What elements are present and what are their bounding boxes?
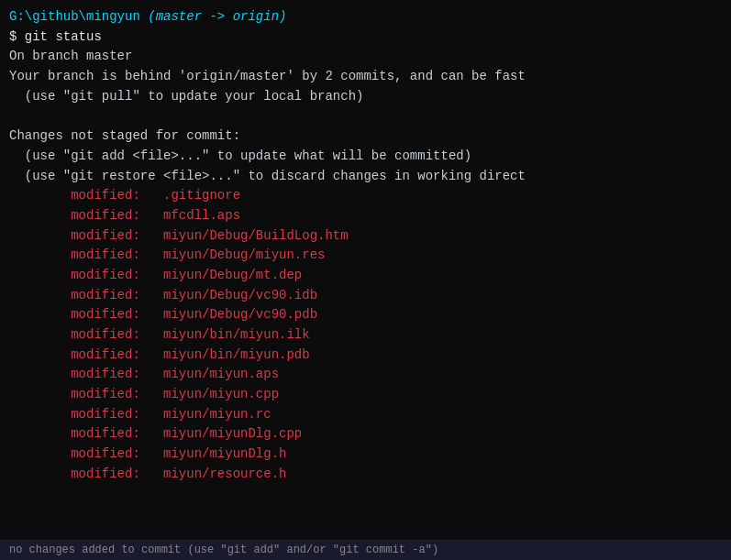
branch-line-1: On branch master	[9, 47, 722, 67]
modified-file-7: modified: miyun/Debug/vc90.pdb	[9, 305, 722, 325]
modified-file-2: modified: mfcdll.aps	[9, 206, 722, 226]
modified-file-11: modified: miyun/miyun.cpp	[9, 385, 722, 405]
branch-line-2: Your branch is behind 'origin/master' by…	[9, 67, 722, 87]
blank-line	[9, 106, 722, 126]
changes-header: Changes not staged for commit:	[9, 126, 722, 147]
modified-label-8: modified: miyun/bin/miyun.ilk	[9, 327, 310, 342]
modified-label-10: modified: miyun/miyun.aps	[9, 367, 279, 381]
prompt-line: G:\github\mingyun (master -> origin)	[9, 7, 722, 27]
hint-line-1: (use "git add <file>..." to update what …	[9, 147, 722, 167]
modified-file-3: modified: miyun/Debug/BuildLog.htm	[9, 226, 722, 247]
modified-label-14: modified: miyun/miyunDlg.h	[9, 446, 286, 461]
modified-label-4: modified: miyun/Debug/miyun.res	[9, 247, 325, 262]
branch-line-3: (use "git pull" to update your local bra…	[9, 87, 722, 107]
command-text: $ git status	[9, 29, 102, 44]
prompt-branch: (master -> origin)	[148, 9, 286, 24]
modified-file-1: modified: .gitignore	[9, 186, 722, 206]
prompt-path: G:\github\mingyun	[9, 9, 140, 24]
modified-file-15: modified: miyun/resource.h	[9, 465, 722, 485]
modified-file-4: modified: miyun/Debug/miyun.res	[9, 246, 722, 266]
modified-label-2: modified: mfcdll.aps	[9, 208, 240, 223]
bottom-status-bar: no changes added to commit (use "git add…	[0, 540, 731, 560]
modified-label-13: modified: miyun/miyunDlg.cpp	[9, 426, 302, 441]
modified-label-15: modified: miyun/resource.h	[9, 467, 286, 481]
modified-label-9: modified: miyun/bin/miyun.pdb	[9, 347, 310, 362]
modified-file-12: modified: miyun/miyun.rc	[9, 405, 722, 425]
modified-file-6: modified: miyun/Debug/vc90.idb	[9, 286, 722, 306]
modified-label-1: modified: .gitignore	[9, 188, 240, 203]
terminal-window: G:\github\mingyun (master -> origin) $ g…	[0, 0, 731, 560]
modified-label-3: modified: miyun/Debug/BuildLog.htm	[9, 228, 349, 243]
modified-label-12: modified: miyun/miyun.rc	[9, 407, 271, 422]
modified-file-10: modified: miyun/miyun.aps	[9, 365, 722, 385]
modified-file-5: modified: miyun/Debug/mt.dep	[9, 266, 722, 286]
modified-file-14: modified: miyun/miyunDlg.h	[9, 445, 722, 465]
modified-file-13: modified: miyun/miyunDlg.cpp	[9, 424, 722, 445]
modified-label-6: modified: miyun/Debug/vc90.idb	[9, 288, 317, 302]
hint-line-2: (use "git restore <file>..." to discard …	[9, 167, 722, 187]
modified-file-8: modified: miyun/bin/miyun.ilk	[9, 325, 722, 346]
bottom-status-text: no changes added to commit (use "git add…	[9, 542, 438, 559]
modified-label-11: modified: miyun/miyun.cpp	[9, 387, 279, 401]
command-line: $ git status	[9, 27, 722, 48]
modified-file-9: modified: miyun/bin/miyun.pdb	[9, 346, 722, 366]
modified-label-5: modified: miyun/Debug/mt.dep	[9, 268, 302, 282]
modified-label-7: modified: miyun/Debug/vc90.pdb	[9, 307, 317, 322]
